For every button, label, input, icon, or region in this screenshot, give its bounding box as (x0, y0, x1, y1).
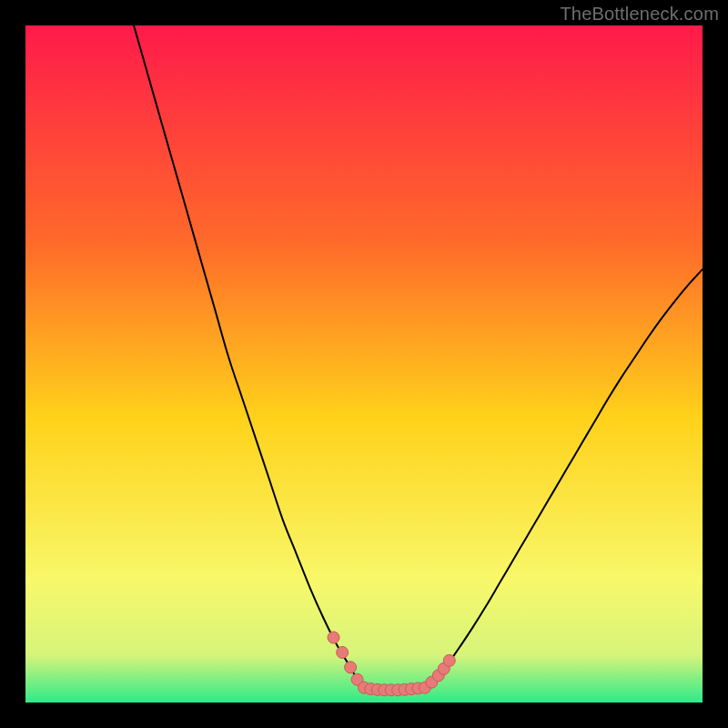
plot-area (25, 25, 703, 703)
highlight-dot (443, 654, 455, 666)
chart-svg (25, 25, 703, 703)
highlight-dot (345, 662, 357, 673)
highlight-dot (337, 646, 349, 658)
outer-frame: TheBottleneck.com (0, 0, 728, 728)
watermark-text: TheBottleneck.com (560, 4, 719, 25)
highlight-dot (328, 632, 339, 643)
gradient-background (25, 25, 703, 703)
